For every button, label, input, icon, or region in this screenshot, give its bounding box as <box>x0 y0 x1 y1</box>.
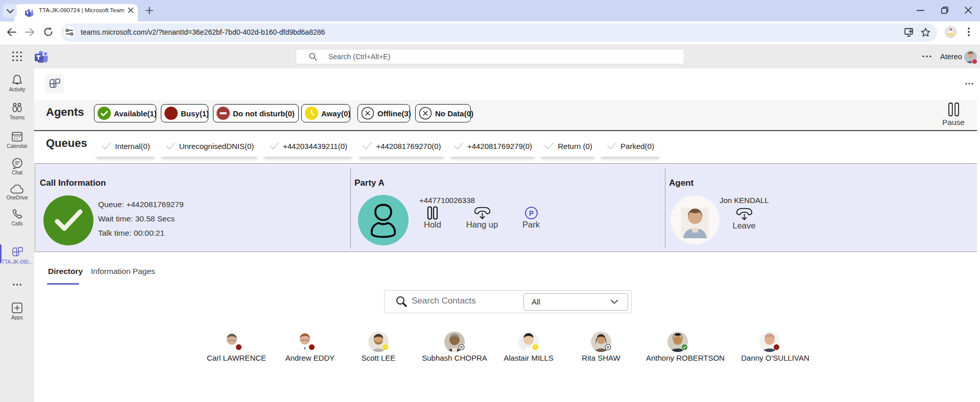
svg-text:P: P <box>529 209 533 217</box>
